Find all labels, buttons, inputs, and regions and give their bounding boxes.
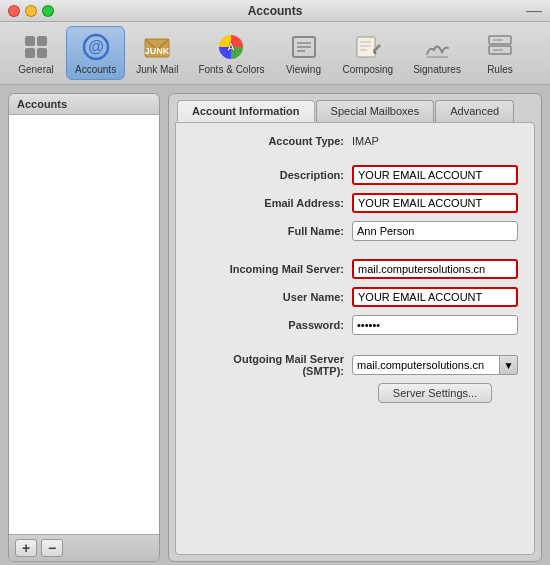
user-name-row: User Name: (192, 287, 518, 307)
maximize-button[interactable] (42, 5, 54, 17)
svg-rect-1 (37, 36, 47, 46)
window-controls[interactable] (8, 5, 54, 17)
email-address-row: Email Address: (192, 193, 518, 213)
svg-rect-3 (37, 48, 47, 58)
remove-account-button[interactable]: − (41, 539, 63, 557)
toolbar-item-fonts-colors[interactable]: A Fonts & Colors (189, 26, 273, 80)
accounts-panel-header: Accounts (9, 94, 159, 115)
smtp-dropdown-button[interactable]: ▼ (500, 355, 518, 375)
full-name-label: Full Name: (192, 225, 352, 237)
svg-rect-0 (25, 36, 35, 46)
toolbar-item-composing[interactable]: Composing (334, 26, 403, 80)
toolbar-item-junk-mail[interactable]: JUNK Junk Mail (127, 26, 187, 80)
incoming-mail-server-input[interactable] (352, 259, 518, 279)
account-type-value: IMAP (352, 135, 379, 147)
main-content: Accounts + − Account Information Special… (0, 85, 550, 565)
fonts-colors-icon: A (215, 31, 247, 63)
window-title: Accounts (248, 4, 303, 18)
accounts-list[interactable] (9, 115, 159, 534)
general-icon (20, 31, 52, 63)
close-button[interactable] (8, 5, 20, 17)
smtp-label: Outgoing Mail Server (SMTP): (192, 353, 352, 377)
junk-mail-icon: JUNK (141, 31, 173, 63)
viewing-label: Viewing (286, 64, 321, 75)
svg-text:A: A (227, 41, 235, 53)
resize-icon: — (526, 2, 542, 20)
accounts-panel-footer: + − (9, 534, 159, 561)
server-settings-row: Server Settings... (352, 383, 518, 403)
user-name-label: User Name: (192, 291, 352, 303)
description-input[interactable] (352, 165, 518, 185)
account-type-label: Account Type: (192, 135, 352, 147)
accounts-icon: @ (80, 31, 112, 63)
smtp-row: Outgoing Mail Server (SMTP): ▼ (192, 353, 518, 377)
tab-content: Account Type: IMAP Description: Email Ad… (175, 122, 535, 555)
toolbar-item-accounts[interactable]: @ Accounts (66, 26, 125, 80)
accounts-panel: Accounts + − (8, 93, 160, 562)
tab-advanced[interactable]: Advanced (435, 100, 514, 122)
full-name-row: Full Name: (192, 221, 518, 241)
password-row: Password: (192, 315, 518, 335)
general-label: General (18, 64, 54, 75)
description-row: Description: (192, 165, 518, 185)
minimize-button[interactable] (25, 5, 37, 17)
tab-bar: Account Information Special Mailboxes Ad… (169, 94, 541, 122)
toolbar-item-viewing[interactable]: Viewing (276, 26, 332, 80)
right-panel: Account Information Special Mailboxes Ad… (168, 93, 542, 562)
tab-special-mailboxes[interactable]: Special Mailboxes (316, 100, 435, 122)
description-label: Description: (192, 169, 352, 181)
user-name-input[interactable] (352, 287, 518, 307)
signatures-label: Signatures (413, 64, 461, 75)
password-input[interactable] (352, 315, 518, 335)
toolbar-item-rules[interactable]: Rules (472, 26, 528, 80)
full-name-input[interactable] (352, 221, 518, 241)
svg-text:@: @ (88, 38, 104, 55)
password-label: Password: (192, 319, 352, 331)
junk-mail-label: Junk Mail (136, 64, 178, 75)
signatures-icon (421, 31, 453, 63)
rules-icon (484, 31, 516, 63)
account-type-row: Account Type: IMAP (192, 135, 518, 147)
smtp-input[interactable] (352, 355, 500, 375)
svg-rect-14 (357, 37, 375, 57)
accounts-label: Accounts (75, 64, 116, 75)
rules-label: Rules (487, 64, 513, 75)
svg-rect-2 (25, 48, 35, 58)
toolbar-item-signatures[interactable]: Signatures (404, 26, 470, 80)
incoming-mail-server-label: Incoming Mail Server: (192, 263, 352, 275)
composing-icon (352, 31, 384, 63)
email-address-input[interactable] (352, 193, 518, 213)
add-account-button[interactable]: + (15, 539, 37, 557)
composing-label: Composing (343, 64, 394, 75)
toolbar: General @ Accounts JUNK Junk Mail (0, 22, 550, 85)
tab-account-information[interactable]: Account Information (177, 100, 315, 122)
email-address-label: Email Address: (192, 197, 352, 209)
server-settings-button[interactable]: Server Settings... (378, 383, 492, 403)
title-bar: Accounts — (0, 0, 550, 22)
smtp-select-wrap: ▼ (352, 355, 518, 375)
fonts-colors-label: Fonts & Colors (198, 64, 264, 75)
svg-text:JUNK: JUNK (145, 46, 170, 56)
incoming-mail-server-row: Incoming Mail Server: (192, 259, 518, 279)
viewing-icon (288, 31, 320, 63)
toolbar-item-general[interactable]: General (8, 26, 64, 80)
